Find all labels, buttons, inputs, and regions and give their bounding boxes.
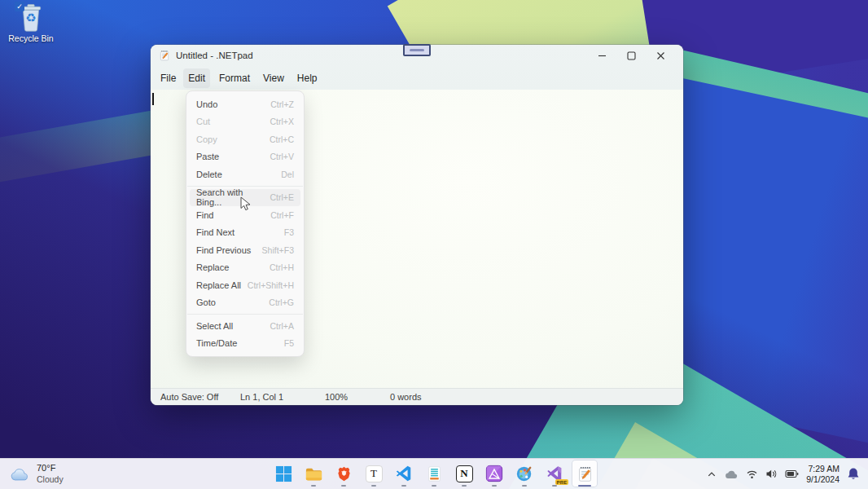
menu-item-find-next[interactable]: Find Next F3 [186, 224, 304, 242]
chevron-up-icon[interactable] [706, 469, 717, 480]
wifi-icon[interactable] [746, 469, 758, 479]
menu-bar: File Edit Format View Help [151, 66, 683, 90]
minimize-button[interactable] [587, 46, 616, 65]
status-bar: Auto Save: Off Ln 1, Col 1 100% 0 words [151, 388, 683, 405]
zoom-level-status: 100% [325, 392, 390, 402]
selected-checkbox-icon[interactable]: ✓ [15, 2, 24, 11]
recycle-bin-desktop-icon[interactable]: ✓ ♻ Recycle Bin [5, 3, 57, 43]
notepads-icon [426, 465, 443, 482]
clock-time: 7:29 AM [806, 464, 840, 474]
vscode-icon [395, 465, 413, 482]
taskbar-brave[interactable] [331, 460, 356, 487]
menu-item-undo[interactable]: Undo Ctrl+Z [186, 95, 304, 113]
mouse-pointer-icon [240, 196, 251, 215]
taskbar-clock[interactable]: 7:29 AM 9/1/2024 [806, 464, 840, 484]
clock-date: 9/1/2024 [806, 474, 840, 485]
weather-temperature: 70°F [37, 463, 64, 474]
affinity-icon [485, 465, 503, 482]
close-button[interactable] [646, 46, 675, 65]
menu-item-replace-all[interactable]: Replace All Ctrl+Shift+H [186, 276, 304, 294]
autosave-status: Auto Save: Off [160, 392, 240, 402]
taskbar-vscode[interactable] [392, 460, 416, 487]
taskbar-typora[interactable]: T [362, 460, 386, 487]
menu-view[interactable]: View [258, 68, 289, 88]
taskbar: 70°F Cloudy [0, 458, 868, 489]
window-chrome: Untitled - .NETpad File Edit Format View [151, 45, 683, 90]
edit-dropdown-menu: Undo Ctrl+Z Cut Ctrl+X Copy Ctrl+C Paste… [186, 90, 305, 357]
weather-widget[interactable]: 70°F Cloudy [10, 459, 64, 489]
menu-item-paste[interactable]: Paste Ctrl+V [186, 148, 304, 166]
text-caret [152, 93, 154, 105]
snap-handle[interactable] [403, 44, 431, 56]
maximize-button[interactable] [616, 46, 646, 65]
taskbar-affinity[interactable] [482, 460, 506, 487]
preview-badge: PRE [555, 479, 568, 485]
taskbar-app-icons: T N [271, 460, 597, 487]
start-button[interactable] [271, 460, 296, 487]
menu-item-cut: Cut Ctrl+X [186, 113, 304, 131]
system-tray: 7:29 AM 9/1/2024 [706, 459, 860, 489]
taskbar-netpad-active[interactable] [572, 460, 597, 487]
paint-palette-icon [515, 465, 533, 482]
battery-icon[interactable] [785, 469, 799, 479]
taskbar-file-explorer[interactable] [301, 460, 326, 487]
taskbar-notion[interactable]: N [452, 460, 476, 487]
taskbar-notepads[interactable] [422, 460, 446, 487]
menu-separator [187, 314, 303, 315]
word-count-status: 0 words [390, 392, 422, 402]
onedrive-cloud-icon[interactable] [725, 469, 739, 479]
netpad-window: Untitled - .NETpad File Edit Format View [151, 45, 683, 405]
app-icon [159, 50, 170, 61]
typora-icon: T [366, 465, 383, 482]
desktop: ✓ ♻ Recycle Bin [0, 0, 868, 489]
menu-item-goto[interactable]: Goto Ctrl+G [186, 294, 304, 312]
recycle-bin-label: Recycle Bin [5, 33, 57, 43]
menu-item-delete[interactable]: Delete Del [186, 165, 304, 183]
taskbar-paint-app[interactable] [512, 460, 537, 487]
volume-icon[interactable] [765, 469, 778, 479]
menu-separator [187, 186, 303, 187]
folder-icon [305, 465, 323, 483]
notification-bell-icon[interactable] [847, 467, 860, 481]
netpad-icon [576, 465, 594, 482]
notion-icon: N [456, 465, 473, 482]
menu-item-select-all[interactable]: Select All Ctrl+A [186, 317, 304, 335]
menu-help[interactable]: Help [292, 68, 322, 88]
recycle-symbol-icon: ♻ [17, 11, 45, 25]
title-bar[interactable]: Untitled - .NETpad [151, 45, 683, 66]
cursor-position-status: Ln 1, Col 1 [240, 392, 325, 402]
taskbar-visual-studio-preview[interactable]: PRE [542, 460, 567, 487]
menu-item-replace[interactable]: Replace Ctrl+H [186, 259, 304, 277]
menu-item-find-previous[interactable]: Find Previous Shift+F3 [186, 241, 304, 259]
menu-item-copy: Copy Ctrl+C [186, 130, 304, 148]
window-title: Untitled - .NETpad [176, 51, 253, 60]
menu-edit[interactable]: Edit [183, 68, 210, 88]
menu-format[interactable]: Format [214, 68, 255, 88]
brave-icon [335, 465, 353, 482]
weather-condition: Cloudy [37, 474, 64, 485]
cloud-weather-icon [10, 467, 31, 482]
windows-logo-icon [275, 465, 292, 482]
menu-item-time-date[interactable]: Time/Date F5 [186, 335, 304, 353]
menu-file[interactable]: File [156, 68, 181, 88]
